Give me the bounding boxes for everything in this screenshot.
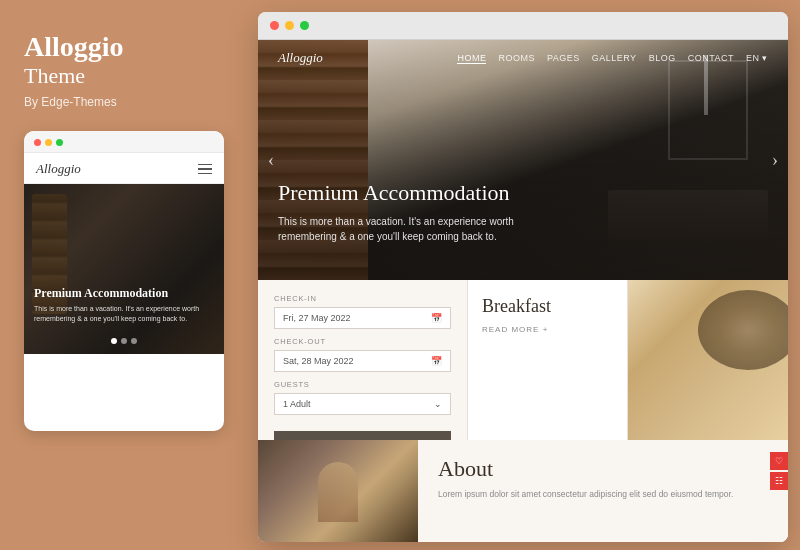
bottom-left-image xyxy=(258,440,418,542)
checkin-value: Fri, 27 May 2022 xyxy=(283,313,351,323)
mobile-hero-description: This is more than a vacation. It's an ex… xyxy=(34,304,219,324)
booking-section: CHECK-IN Fri, 27 May 2022 📅 CHECK-OUT Sa… xyxy=(258,280,788,440)
nav-link-lang[interactable]: EN ▾ xyxy=(746,53,768,63)
calendar-icon: 📅 xyxy=(431,313,442,323)
nav-link-blog[interactable]: BLOG xyxy=(649,53,676,63)
chevron-down-icon: ⌄ xyxy=(434,399,442,409)
browser-window: Alloggio HOME ROOMS PAGES GALLERY BLOG C… xyxy=(258,12,788,542)
mobile-preview: Alloggio Premium Accommodation This is m… xyxy=(24,131,224,431)
site-hero-subtitle: This is more than a vacation. It's an ex… xyxy=(278,214,538,244)
food-image xyxy=(628,280,788,440)
guests-value: 1 Adult xyxy=(283,399,311,409)
indicator-1[interactable] xyxy=(111,338,117,344)
side-icons: ♡ ☷ xyxy=(770,452,788,490)
mobile-hero-title: Premium Accommodation xyxy=(34,286,219,300)
checkout-value: Sat, 28 May 2022 xyxy=(283,356,354,366)
mobile-titlebar xyxy=(24,131,224,153)
mobile-dot-green xyxy=(56,139,63,146)
nav-link-home[interactable]: HOME xyxy=(457,53,486,64)
guests-group: GUESTS 1 Adult ⌄ xyxy=(274,380,451,415)
about-title: About xyxy=(438,456,768,482)
site-hero-text: Premium Accommodation This is more than … xyxy=(278,180,738,244)
nav-link-contact[interactable]: CONTACT xyxy=(688,53,734,63)
booking-form: CHECK-IN Fri, 27 May 2022 📅 CHECK-OUT Sa… xyxy=(258,280,468,440)
read-more-button[interactable]: READ MORE + xyxy=(482,325,613,334)
mobile-hero: Premium Accommodation This is more than … xyxy=(24,184,224,354)
browser-titlebar xyxy=(258,12,788,40)
indicator-3[interactable] xyxy=(131,338,137,344)
bottom-section: About Lorem ipsum dolor sit amet consect… xyxy=(258,440,788,542)
checkout-input[interactable]: Sat, 28 May 2022 📅 xyxy=(274,350,451,372)
site-nav-links: HOME ROOMS PAGES GALLERY BLOG CONTACT EN… xyxy=(457,53,768,64)
nav-link-pages[interactable]: PAGES xyxy=(547,53,580,63)
mobile-dot-red xyxy=(34,139,41,146)
site-hero-title: Premium Accommodation xyxy=(278,180,738,206)
brand-title: Alloggio xyxy=(24,32,224,63)
hero-overlay xyxy=(258,40,788,280)
site-nav-logo: Alloggio xyxy=(278,50,323,66)
browser-dot-red xyxy=(270,21,279,30)
about-text: Lorem ipsum dolor sit amet consectetur a… xyxy=(438,488,768,501)
browser-content: Alloggio HOME ROOMS PAGES GALLERY BLOG C… xyxy=(258,40,788,542)
calendar-icon-2: 📅 xyxy=(431,356,442,366)
read-more-label: READ MORE + xyxy=(482,325,548,334)
carousel-indicators xyxy=(111,338,137,344)
checkout-group: CHECK-OUT Sat, 28 May 2022 📅 xyxy=(274,337,451,372)
cart-icon[interactable]: ☷ xyxy=(770,472,788,490)
indicator-2[interactable] xyxy=(121,338,127,344)
mobile-hero-text: Premium Accommodation This is more than … xyxy=(34,286,219,324)
brand-by: By Edge-Themes xyxy=(24,95,224,109)
browser-dot-green xyxy=(300,21,309,30)
hamburger-icon[interactable] xyxy=(198,164,212,175)
brand-subtitle: Theme xyxy=(24,63,224,89)
slider-next-button[interactable]: › xyxy=(772,150,778,171)
checkin-group: CHECK-IN Fri, 27 May 2022 📅 xyxy=(274,294,451,329)
guests-select[interactable]: 1 Adult ⌄ xyxy=(274,393,451,415)
breakfast-title: Breakfast xyxy=(482,296,613,317)
breakfast-card: Breakfast READ MORE + xyxy=(468,280,628,440)
left-panel: Alloggio Theme By Edge-Themes Alloggio P… xyxy=(0,0,248,550)
mobile-logo: Alloggio xyxy=(36,161,81,177)
site-hero: Alloggio HOME ROOMS PAGES GALLERY BLOG C… xyxy=(258,40,788,280)
nav-link-gallery[interactable]: GALLERY xyxy=(592,53,637,63)
slider-prev-button[interactable]: ‹ xyxy=(268,150,274,171)
browser-dot-yellow xyxy=(285,21,294,30)
checkin-label: CHECK-IN xyxy=(274,294,451,303)
site-nav: Alloggio HOME ROOMS PAGES GALLERY BLOG C… xyxy=(258,40,788,76)
about-section: About Lorem ipsum dolor sit amet consect… xyxy=(418,440,788,542)
guests-label: GUESTS xyxy=(274,380,451,389)
wishlist-icon[interactable]: ♡ xyxy=(770,452,788,470)
mobile-nav: Alloggio xyxy=(24,153,224,184)
nav-link-rooms[interactable]: ROOMS xyxy=(498,53,535,63)
bowl-decor xyxy=(698,290,788,370)
mobile-dot-yellow xyxy=(45,139,52,146)
hero-overlay xyxy=(24,184,224,354)
checkin-input[interactable]: Fri, 27 May 2022 📅 xyxy=(274,307,451,329)
brand-name: Alloggio Theme By Edge-Themes xyxy=(24,32,224,109)
checkout-label: CHECK-OUT xyxy=(274,337,451,346)
